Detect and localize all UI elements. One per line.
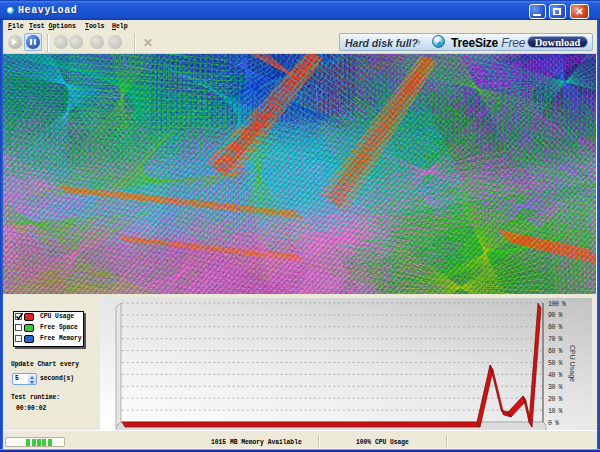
svg-text:10 %: 10 % — [548, 408, 563, 415]
svg-text:CPU Usage: CPU Usage — [568, 345, 576, 382]
svg-text:80 %: 80 % — [548, 324, 563, 331]
svg-text:70 %: 70 % — [548, 336, 563, 343]
svg-text:60 %: 60 % — [548, 348, 563, 355]
svg-text:0 %: 0 % — [548, 420, 559, 427]
svg-text:40 %: 40 % — [548, 372, 563, 379]
svg-text:50 %: 50 % — [548, 360, 563, 367]
svg-text:90 %: 90 % — [548, 312, 563, 319]
svg-text:20 %: 20 % — [548, 396, 563, 403]
svg-text:30 %: 30 % — [548, 384, 563, 391]
svg-text:100 %: 100 % — [548, 301, 566, 308]
